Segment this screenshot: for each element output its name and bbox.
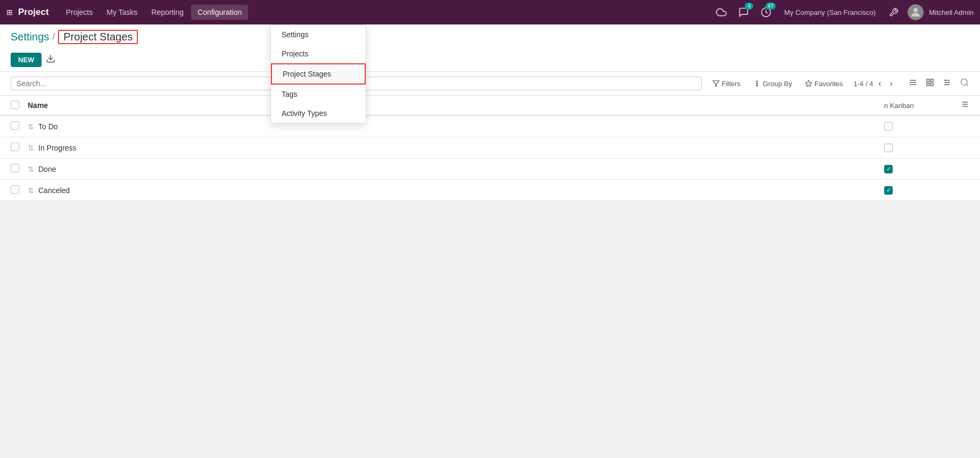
row-name-3: Done [38,165,884,173]
list-area: Name n Kanban ⇅ To Do ⇅ In Progress ⇅ Do… [0,96,980,201]
menu-item-activity-types[interactable]: Activity Types [271,104,366,123]
svg-rect-12 [930,79,933,82]
view-toggle [905,76,954,91]
new-button[interactable]: NEW [11,53,42,67]
groupby-label: Group By [763,80,792,88]
next-page-button[interactable]: › [887,78,896,89]
configuration-dropdown: Settings Projects Project Stages Tags Ac… [270,24,366,123]
search-icon[interactable] [960,78,969,90]
row-checkbox-1[interactable] [11,121,19,130]
menu-item-settings[interactable]: Settings [271,25,366,44]
chat-icon-btn[interactable]: 4 [735,4,752,21]
row-name-2: In Progress [38,144,884,152]
list-header: Name n Kanban [0,96,980,116]
clock-icon-btn[interactable]: 47 [757,4,775,21]
table-row[interactable]: ⇅ Done [0,159,980,180]
app-name: Project [18,7,49,18]
drag-handle-1[interactable]: ⇅ [28,122,34,131]
action-bar: NEW [11,48,969,71]
search-buttons: Filters Group By Favorites [707,77,849,90]
row-kanban-4[interactable] [884,186,893,195]
svg-marker-7 [805,80,812,86]
svg-line-22 [966,84,968,86]
row-checkbox-3[interactable] [11,164,19,172]
company-name: My Company (San Francisco) [784,9,876,16]
favorites-label: Favorites [814,80,843,88]
nav-reporting[interactable]: Reporting [145,5,190,20]
drag-handle-4[interactable]: ⇅ [28,186,34,195]
svg-point-5 [756,81,757,82]
breadcrumb-bar: Settings / Project Stages NEW [0,24,980,72]
menu-item-tags[interactable]: Tags [271,85,366,104]
clock-badge: 47 [765,3,776,10]
nav-my-tasks[interactable]: My Tasks [100,5,144,20]
breadcrumb-separator: / [52,31,55,43]
search-row: Filters Group By Favorites 1-4 / 4 ‹ › [0,72,980,96]
list-view-button[interactable] [905,76,920,91]
select-all-checkbox[interactable] [11,101,19,109]
breadcrumb-current: Project Stages [58,30,138,44]
row-kanban-2[interactable] [884,144,893,152]
pagination-text: 1-4 / 4 [853,80,873,88]
menu-item-projects[interactable]: Projects [271,44,366,63]
svg-point-21 [961,79,967,85]
svg-rect-11 [927,79,929,82]
drag-handle-2[interactable]: ⇅ [28,144,34,152]
nav-configuration[interactable]: Configuration [191,5,248,20]
download-button[interactable] [46,54,55,66]
adjust-columns-button[interactable] [940,76,954,91]
cloud-icon-btn[interactable] [713,4,730,21]
content-area [0,201,980,414]
nav-projects[interactable]: Projects [60,5,100,20]
table-row[interactable]: ⇅ To Do [0,116,980,137]
svg-rect-14 [930,83,933,86]
top-nav: ⊞ Project Projects My Tasks Reporting Co… [0,0,980,24]
top-nav-right: 4 47 My Company (San Francisco) Mitchell… [713,4,974,21]
menu-item-project-stages[interactable]: Project Stages [271,63,366,85]
chat-badge: 4 [745,3,753,10]
col-name-header: Name [28,101,884,110]
kanban-view-button[interactable] [923,76,937,91]
user-name: Mitchell Admin [929,9,974,16]
grid-icon[interactable]: ⊞ [6,8,13,16]
top-nav-menu: Projects My Tasks Reporting Configuratio… [60,5,249,20]
prev-page-button[interactable]: ‹ [875,78,884,89]
svg-marker-3 [713,81,719,87]
avatar[interactable] [908,4,924,20]
table-row[interactable]: ⇅ Canceled [0,180,980,201]
favorites-button[interactable]: Favorites [800,77,848,90]
column-settings-button[interactable] [961,100,969,111]
row-kanban-3[interactable] [884,165,893,173]
groupby-button[interactable]: Group By [748,77,797,90]
svg-point-4 [756,83,757,84]
row-name-1: To Do [38,122,884,131]
svg-point-6 [756,85,757,86]
breadcrumb-link[interactable]: Settings [11,31,49,43]
svg-point-1 [913,8,918,12]
table-row[interactable]: ⇅ In Progress [0,137,980,159]
filters-button[interactable]: Filters [707,77,746,90]
row-kanban-1[interactable] [884,122,893,131]
wrench-icon-btn[interactable] [885,4,902,21]
filters-label: Filters [722,80,740,88]
row-checkbox-2[interactable] [11,143,19,151]
pagination: 1-4 / 4 ‹ › [853,78,896,89]
drag-handle-3[interactable]: ⇅ [28,165,34,173]
breadcrumb: Settings / Project Stages [11,30,969,44]
col-kanban-header: n Kanban [884,102,948,110]
svg-rect-13 [927,83,929,86]
row-checkbox-4[interactable] [11,185,19,194]
row-name-4: Canceled [38,186,884,195]
